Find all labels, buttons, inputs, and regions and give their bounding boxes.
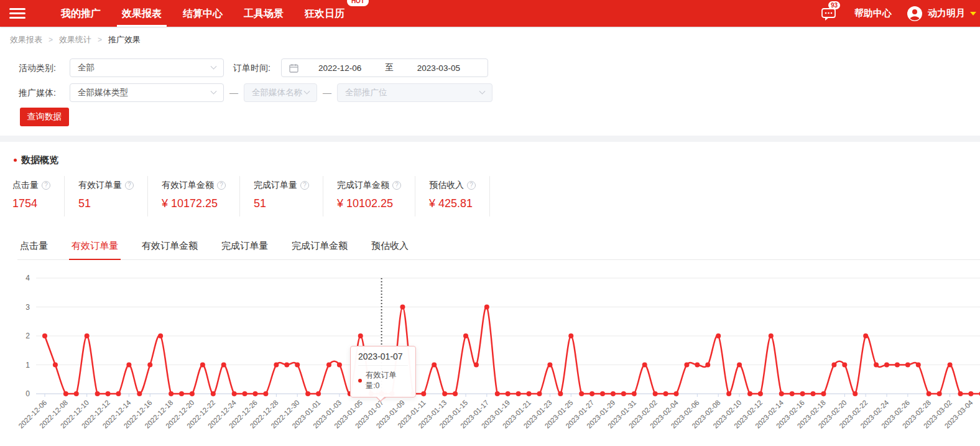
nav-item-settlement-center[interactable]: 结算中心 bbox=[172, 0, 233, 27]
tab-clicks[interactable]: 点击量 bbox=[17, 240, 50, 259]
red-dot-icon bbox=[14, 159, 17, 162]
stats-row: 点击量 ? 1754 有效订单量 ? 51 有效订单金额 ? ¥ 10172.2… bbox=[12, 176, 504, 216]
svg-text:4: 4 bbox=[25, 274, 30, 282]
start-date-value[interactable]: 2022-12-06 bbox=[298, 63, 381, 73]
user-menu[interactable]: 动力明月 bbox=[907, 6, 976, 22]
nav-menu: 我的推广 效果报表 结算中心 工具场景 狂欢日历 HOT bbox=[50, 0, 355, 27]
stat-value: ¥ 425.81 bbox=[429, 197, 476, 210]
section-title: 数据概览 bbox=[14, 154, 58, 166]
dash-separator: — bbox=[229, 83, 238, 102]
tab-estimated-income[interactable]: 预估收入 bbox=[369, 240, 411, 259]
help-icon[interactable]: ? bbox=[217, 181, 226, 190]
breadcrumb-separator: > bbox=[98, 35, 102, 44]
nav-item-my-promotion[interactable]: 我的推广 bbox=[50, 0, 111, 27]
nav-item-tool-scene[interactable]: 工具场景 bbox=[233, 0, 294, 27]
breadcrumb: 效果报表 > 效果统计 > 推广效果 bbox=[10, 34, 141, 45]
help-icon[interactable]: ? bbox=[392, 181, 401, 190]
stat-card-completed-orders: 完成订单量 ? 51 bbox=[254, 176, 323, 216]
svg-text:0: 0 bbox=[25, 389, 30, 398]
help-icon[interactable]: ? bbox=[300, 181, 309, 190]
chart-metric-tabs: 点击量 有效订单量 有效订单金额 完成订单量 完成订单金额 预估收入 bbox=[17, 240, 980, 260]
query-data-button[interactable]: 查询数据 bbox=[20, 108, 69, 126]
media-name-select[interactable]: 全部媒体名称 bbox=[244, 83, 317, 102]
media-label: 推广媒体: bbox=[19, 83, 56, 102]
help-center-link[interactable]: 帮助中心 bbox=[854, 7, 892, 19]
tab-completed-orders[interactable]: 完成订单量 bbox=[219, 240, 270, 259]
stat-value: 1754 bbox=[12, 197, 50, 210]
media-type-select[interactable]: 全部媒体类型 bbox=[70, 83, 224, 102]
svg-text:3: 3 bbox=[25, 303, 30, 312]
avatar-icon bbox=[907, 6, 923, 22]
hot-badge: HOT bbox=[347, 0, 369, 6]
stat-card-completed-order-amount: 完成订单金额 ? ¥ 10102.25 bbox=[337, 176, 415, 216]
user-caret-icon bbox=[970, 12, 976, 16]
order-time-range-picker[interactable]: 2022-12-06 至 2023-03-05 bbox=[281, 58, 488, 77]
series-dot-icon bbox=[358, 379, 362, 383]
filter-section: 效果报表 > 效果统计 > 推广效果 活动类别: 全部 订单时间: 2022-1… bbox=[0, 27, 980, 136]
stat-value: 51 bbox=[78, 197, 134, 210]
breadcrumb-separator: > bbox=[49, 35, 53, 44]
order-time-label: 订单时间: bbox=[233, 58, 270, 77]
svg-text:1: 1 bbox=[25, 361, 30, 369]
help-icon[interactable]: ? bbox=[125, 181, 134, 190]
tooltip-value: 有效订单量:0 bbox=[366, 370, 408, 391]
chevron-down-icon bbox=[304, 88, 310, 94]
chevron-down-icon bbox=[211, 63, 217, 69]
tab-completed-order-amount[interactable]: 完成订单金额 bbox=[289, 240, 350, 259]
breadcrumb-current: 推广效果 bbox=[108, 34, 141, 45]
user-name: 动力明月 bbox=[928, 7, 965, 19]
stat-card-valid-order-amount: 有效订单金额 ? ¥ 10172.25 bbox=[162, 176, 240, 216]
chevron-down-icon bbox=[479, 88, 486, 94]
stat-value: ¥ 10102.25 bbox=[337, 197, 401, 210]
stat-card-clicks: 点击量 ? 1754 bbox=[12, 176, 65, 216]
tab-valid-order-amount[interactable]: 有效订单金额 bbox=[139, 240, 200, 259]
end-date-value[interactable]: 2023-03-05 bbox=[397, 63, 480, 73]
date-separator: 至 bbox=[381, 62, 397, 73]
stat-value: 51 bbox=[254, 197, 309, 210]
top-navbar: 我的推广 效果报表 结算中心 工具场景 狂欢日历 HOT 93 帮助中心 bbox=[0, 0, 980, 27]
placement-select[interactable]: 全部推广位 bbox=[337, 83, 492, 102]
stat-value: ¥ 10172.25 bbox=[162, 197, 226, 210]
dash-separator: — bbox=[323, 83, 331, 102]
help-icon[interactable]: ? bbox=[467, 181, 476, 190]
tab-valid-orders[interactable]: 有效订单量 bbox=[69, 240, 121, 259]
chevron-down-icon bbox=[211, 88, 217, 94]
message-icon[interactable]: 93 bbox=[821, 6, 837, 22]
activity-type-label: 活动类别: bbox=[19, 58, 56, 77]
chart-canvas[interactable]: 012342022-12-062022-12-082022-12-102022-… bbox=[0, 269, 980, 446]
hamburger-menu-icon[interactable] bbox=[9, 8, 25, 19]
calendar-icon bbox=[289, 63, 298, 73]
breadcrumb-effect-stats[interactable]: 效果统计 bbox=[59, 34, 91, 45]
nav-right-group: 93 帮助中心 动力明月 bbox=[821, 0, 980, 27]
activity-type-select[interactable]: 全部 bbox=[70, 58, 224, 77]
line-chart[interactable]: 012342022-12-062022-12-082022-12-102022-… bbox=[0, 269, 980, 446]
nav-item-effect-report[interactable]: 效果报表 bbox=[111, 0, 172, 27]
chart-tooltip: 2023-01-07 有效订单量:0 bbox=[350, 346, 416, 397]
svg-text:2: 2 bbox=[25, 332, 30, 340]
nav-item-carnival-calendar[interactable]: 狂欢日历 HOT bbox=[294, 0, 355, 27]
help-icon[interactable]: ? bbox=[42, 181, 50, 190]
data-overview-panel: 数据概览 点击量 ? 1754 有效订单量 ? 51 有效订单金额 ? ¥ 10… bbox=[0, 142, 980, 446]
stat-card-valid-orders: 有效订单量 ? 51 bbox=[78, 176, 148, 216]
stat-card-estimated-income: 预估收入 ? ¥ 425.81 bbox=[429, 176, 490, 216]
breadcrumb-effect-report[interactable]: 效果报表 bbox=[10, 34, 42, 45]
message-count-badge: 93 bbox=[828, 1, 840, 9]
tooltip-date: 2023-01-07 bbox=[358, 351, 408, 366]
